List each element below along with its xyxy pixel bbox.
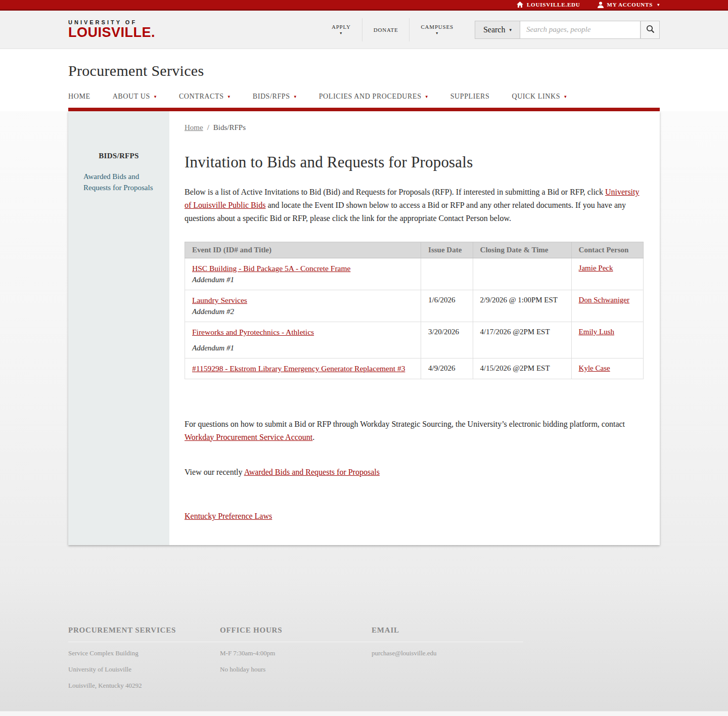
search-icon <box>646 25 655 35</box>
search-input[interactable] <box>520 21 641 39</box>
sidebar: BIDS/RFPS Awarded Bids and Requests for … <box>68 111 169 545</box>
site-header: UNIVERSITY OF LOUISVILLE. APPLY ▾ DONATE… <box>0 11 728 49</box>
header-quick-links: APPLY ▾ DONATE CAMPUSES ▾ <box>321 18 465 41</box>
footer-heading-office-hours: OFFICE HOURS <box>220 626 372 642</box>
bid-link-fireworks[interactable]: Fireworks and Pyrotechnics - Athletics <box>192 328 314 336</box>
bottom-bar: © UNIVERSITY OF LOUISVILLE CONTACT PRIVA… <box>0 711 728 716</box>
louisville-edu-link[interactable]: LOUISVILLE.EDU <box>517 2 580 8</box>
workday-text-1: For questions on how to submit a Bid or … <box>185 420 625 428</box>
closing-date-cell <box>473 258 571 290</box>
nav-bids-label: BIDS/RFPS <box>253 93 290 101</box>
campuses-menu[interactable]: CAMPUSES ▾ <box>409 18 464 41</box>
footer-address-line: University of Louisville <box>68 665 220 675</box>
closing-date-cell: 4/17/2026 @2PM EST <box>473 322 571 358</box>
kentucky-preference-laws-link[interactable]: Kentucky Preference Laws <box>185 512 272 520</box>
contact-link-don-schwaniger[interactable]: Don Schwaniger <box>579 296 629 304</box>
column-header-issue-date: Issue Date <box>421 242 473 258</box>
workday-account-link[interactable]: Workday Procurement Service Account <box>185 433 312 441</box>
search-submit-button[interactable] <box>641 21 660 39</box>
donate-link[interactable]: DONATE <box>362 18 410 41</box>
breadcrumb-home-link[interactable]: Home <box>185 123 203 131</box>
nav-item-quick-links[interactable]: QUICK LINKS ▾ <box>512 93 567 101</box>
addendum-note: Addendum #1 <box>192 276 414 284</box>
footer-heading-procurement: PROCUREMENT SERVICES <box>68 626 220 642</box>
sidebar-item-awarded-bids[interactable]: Awarded Bids and Requests for Proposals <box>83 171 155 194</box>
breadcrumb-current: Bids/RFPs <box>213 123 246 131</box>
addendum-note: Addendum #1 <box>192 344 414 352</box>
closing-date-cell: 4/15/2026 @2PM EST <box>473 358 571 379</box>
issue-date-cell: 3/20/2026 <box>421 322 473 358</box>
nav-quick-links-label: QUICK LINKS <box>512 93 560 101</box>
nav-about-label: ABOUT US <box>113 93 150 101</box>
main-content: Home/Bids/RFPs Invitation to Bids and Re… <box>169 111 660 545</box>
chevron-down-icon: ▾ <box>657 3 660 7</box>
chevron-down-icon: ▾ <box>509 27 512 32</box>
bid-link-ekstrom-generator[interactable]: #1159298 - Ekstrom Library Emergency Gen… <box>192 364 405 373</box>
column-header-contact: Contact Person <box>571 242 643 258</box>
campuses-label: CAMPUSES <box>421 24 453 30</box>
breadcrumb: Home/Bids/RFPs <box>185 123 644 132</box>
nav-item-home[interactable]: HOME <box>68 93 90 101</box>
footer-email-line: purchase@louisville.edu <box>372 649 523 658</box>
bid-link-laundry-services[interactable]: Laundry Services <box>192 296 247 304</box>
search-bar: Search ▾ <box>475 21 660 39</box>
footer-address-line: Service Complex Building <box>68 649 220 658</box>
addendum-note: Addendum #2 <box>192 307 414 316</box>
table-row: Laundry Services Addendum #2 1/6/2026 2/… <box>185 290 644 322</box>
bids-table: Event ID (ID# and Title) Issue Date Clos… <box>185 242 644 379</box>
workday-paragraph: For questions on how to submit a Bid or … <box>185 418 642 444</box>
my-accounts-label: MY ACCOUNTS <box>607 2 653 8</box>
closing-date-cell: 2/9/2026 @ 1:00PM EST <box>473 290 571 322</box>
awarded-bids-link[interactable]: Awarded Bids and Requests for Proposals <box>244 468 380 476</box>
chevron-down-icon: ▾ <box>228 94 231 99</box>
sidebar-heading: BIDS/RFPS <box>68 152 169 160</box>
nav-item-bids-rfps[interactable]: BIDS/RFPS ▾ <box>253 93 297 101</box>
title-band: Procurement Services HOME ABOUT US ▾ CON… <box>0 49 728 111</box>
logo-text-bottom: LOUISVILLE. <box>68 26 155 39</box>
footer-address-line: Louisville, Kentucky 40292 <box>68 681 220 691</box>
column-header-closing: Closing Date & Time <box>473 242 571 258</box>
issue-date-cell <box>421 258 473 290</box>
nav-item-about-us[interactable]: ABOUT US ▾ <box>113 93 157 101</box>
table-header-row: Event ID (ID# and Title) Issue Date Clos… <box>185 242 644 258</box>
column-header-event-id: Event ID (ID# and Title) <box>185 242 421 258</box>
nav-contracts-label: CONTRACTS <box>179 93 224 101</box>
kentucky-paragraph: Kentucky Preference Laws <box>185 510 642 523</box>
apply-menu[interactable]: APPLY ▾ <box>321 18 362 41</box>
footer-column-office-hours: OFFICE HOURS M-F 7:30am-4:00pm No holida… <box>220 626 372 691</box>
issue-date-cell: 1/6/2026 <box>421 290 473 322</box>
footer-column-email: EMAIL purchase@louisville.edu <box>372 626 523 691</box>
page-background: BIDS/RFPS Awarded Bids and Requests for … <box>0 111 728 716</box>
awarded-text-1: View our recently <box>185 468 244 476</box>
page-title: Invitation to Bids and Requests for Prop… <box>185 153 644 171</box>
bid-link-hsc-building[interactable]: HSC Building - Bid Package 5A - Concrete… <box>192 264 350 273</box>
chevron-down-icon: ▾ <box>564 94 567 99</box>
breadcrumb-separator: / <box>207 123 209 131</box>
table-row: Fireworks and Pyrotechnics - Athletics A… <box>185 322 644 358</box>
intro-text-1: Below is a list of Active Invitations to… <box>185 188 605 196</box>
chevron-down-icon: ▾ <box>436 31 438 35</box>
nav-item-suppliers[interactable]: SUPPLIERS <box>450 93 490 101</box>
nav-policies-label: POLICIES AND PROCEDURES <box>319 93 422 101</box>
search-scope-button[interactable]: Search ▾ <box>475 21 520 39</box>
apply-label: APPLY <box>332 24 351 30</box>
footer-column-procurement: PROCUREMENT SERVICES Service Complex Bui… <box>68 626 220 691</box>
chevron-down-icon: ▾ <box>426 94 428 99</box>
my-accounts-menu[interactable]: MY ACCOUNTS ▾ <box>598 2 660 8</box>
chevron-down-icon: ▾ <box>340 31 342 35</box>
chevron-down-icon: ▾ <box>294 94 297 99</box>
utility-bar: LOUISVILLE.EDU MY ACCOUNTS ▾ <box>0 0 728 11</box>
louisville-edu-label: LOUISVILLE.EDU <box>527 2 580 8</box>
nav-item-contracts[interactable]: CONTRACTS ▾ <box>179 93 231 101</box>
contact-link-emily-lush[interactable]: Emily Lush <box>579 328 614 336</box>
user-icon <box>598 2 604 8</box>
nav-item-policies[interactable]: POLICIES AND PROCEDURES ▾ <box>319 93 428 101</box>
table-row: HSC Building - Bid Package 5A - Concrete… <box>185 258 644 290</box>
university-of-louisville-logo[interactable]: UNIVERSITY OF LOUISVILLE. <box>68 20 155 39</box>
chevron-down-icon: ▾ <box>154 94 157 99</box>
content-card: BIDS/RFPS Awarded Bids and Requests for … <box>68 111 660 545</box>
footer-hours-line: M-F 7:30am-4:00pm <box>220 649 372 658</box>
contact-link-kyle-case[interactable]: Kyle Case <box>579 364 610 372</box>
contact-link-jamie-peck[interactable]: Jamie Peck <box>579 264 613 272</box>
footer-heading-email: EMAIL <box>372 626 523 642</box>
